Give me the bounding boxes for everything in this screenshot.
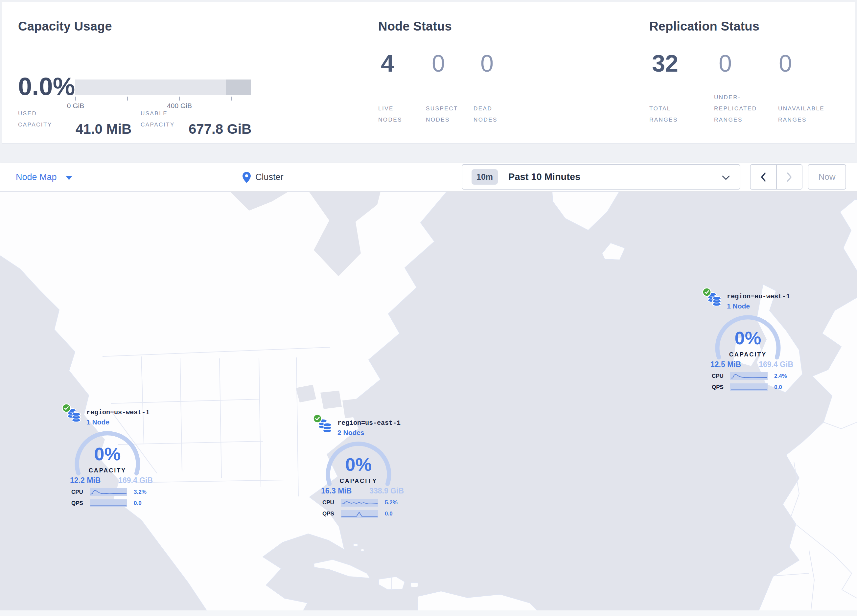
under-replicated-ranges-label: UNDER- REPLICATED RANGES bbox=[714, 92, 757, 125]
cpu-label: CPU bbox=[71, 489, 90, 496]
axis-tick-label: 0 GiB bbox=[67, 102, 84, 110]
capacity-label: CAPACITY bbox=[326, 478, 391, 485]
cpu-label: CPU bbox=[712, 373, 730, 380]
cpu-row: CPU 2.4% bbox=[712, 372, 787, 380]
qps-label: QPS bbox=[322, 511, 341, 517]
time-pager bbox=[750, 164, 803, 190]
qps-row: QPS 0.0 bbox=[71, 499, 142, 507]
cpu-sparkline bbox=[341, 499, 378, 506]
capacity-bar bbox=[75, 80, 251, 95]
suspect-nodes-count: 0 bbox=[432, 52, 445, 75]
node-map: region=us-west-1 1 Node 0% CAPACITY 12.2… bbox=[0, 191, 857, 616]
capacity-percent: 0% bbox=[326, 455, 391, 474]
qps-sparkline bbox=[341, 510, 378, 518]
qps-sparkline bbox=[90, 499, 127, 507]
used-capacity-label: USED CAPACITY bbox=[18, 108, 52, 130]
qps-row: QPS 0.0 bbox=[322, 510, 393, 518]
axis-tick bbox=[127, 97, 128, 100]
prev-time-button[interactable] bbox=[750, 165, 776, 189]
region-node-count: 2 Nodes bbox=[337, 429, 364, 437]
usable-capacity: 338.9 GiB bbox=[369, 486, 404, 496]
used-capacity-value: 41.0 MiB bbox=[76, 122, 131, 136]
capacity-percent: 0% bbox=[74, 445, 140, 463]
axis-tick bbox=[179, 97, 180, 100]
live-nodes-count: 4 bbox=[381, 52, 394, 75]
cpu-value: 3.2% bbox=[134, 489, 147, 496]
capacity-label: CAPACITY bbox=[715, 351, 781, 358]
healthy-check-icon bbox=[313, 414, 322, 423]
chevron-right-icon bbox=[786, 172, 792, 182]
qps-value: 0.0 bbox=[134, 500, 142, 506]
used-capacity: 16.3 MiB bbox=[321, 486, 352, 496]
view-selector-dropdown[interactable]: Node Map bbox=[16, 163, 72, 191]
now-button[interactable]: Now bbox=[808, 164, 846, 190]
time-window-dropdown[interactable]: 10m Past 10 Minutes bbox=[462, 164, 740, 190]
usable-capacity: 169.4 GiB bbox=[759, 360, 793, 369]
total-ranges-count: 32 bbox=[652, 52, 678, 75]
usable-capacity-label: USABLE CAPACITY bbox=[141, 108, 175, 130]
healthy-check-icon bbox=[702, 287, 712, 296]
time-window-badge: 10m bbox=[472, 169, 498, 185]
capacity-percent: 0.0% bbox=[18, 74, 75, 99]
node-status-section: Node Status 4 LIVE NODES 0 SUSPECT NODES… bbox=[378, 2, 634, 143]
region-name: region=us-east-1 bbox=[337, 419, 401, 427]
capacity-values: 16.3 MiB 338.9 GiB bbox=[321, 486, 404, 496]
cpu-sparkline bbox=[90, 488, 127, 496]
region-node-count: 1 Node bbox=[87, 418, 110, 426]
next-time-button[interactable] bbox=[776, 165, 802, 189]
cluster-summary-panel: Capacity Usage 0.0% 0 GiB 400 GiB USED C… bbox=[2, 2, 855, 144]
caret-down-icon bbox=[66, 176, 72, 180]
map-bottom-strip bbox=[0, 610, 857, 616]
region-name: region=eu-west-1 bbox=[727, 293, 790, 300]
cpu-sparkline bbox=[730, 372, 767, 380]
chevron-down-icon bbox=[722, 176, 730, 180]
capacity-bar-reserved-segment bbox=[226, 80, 251, 95]
region-node-count: 1 Node bbox=[727, 302, 750, 310]
cpu-row: CPU 3.2% bbox=[71, 488, 147, 496]
capacity-usage-section: Capacity Usage 0.0% 0 GiB 400 GiB USED C… bbox=[18, 2, 360, 143]
replication-status-section: Replication Status 32 TOTAL RANGES 0 UND… bbox=[649, 2, 846, 143]
live-nodes-label: LIVE NODES bbox=[378, 103, 402, 125]
unavailable-ranges-count: 0 bbox=[779, 52, 792, 75]
cpu-label: CPU bbox=[322, 499, 341, 506]
suspect-nodes-label: SUSPECT NODES bbox=[426, 103, 458, 125]
breadcrumb[interactable]: Cluster bbox=[242, 163, 283, 191]
chevron-left-icon bbox=[760, 172, 766, 182]
qps-label: QPS bbox=[712, 384, 730, 391]
region-marker-eu-west-1[interactable]: region=eu-west-1 1 Node 0% CAPACITY 12.5… bbox=[702, 287, 798, 397]
cpu-value: 5.2% bbox=[385, 499, 398, 506]
time-window-label: Past 10 Minutes bbox=[508, 171, 580, 182]
region-name: region=us-west-1 bbox=[87, 409, 150, 416]
unavailable-ranges-label: UNAVAILABLE RANGES bbox=[778, 103, 825, 125]
section-title: Capacity Usage bbox=[18, 19, 112, 34]
axis-tick bbox=[231, 97, 232, 100]
qps-sparkline bbox=[730, 383, 767, 391]
used-capacity: 12.2 MiB bbox=[70, 476, 101, 485]
qps-value: 0.0 bbox=[774, 384, 782, 391]
capacity-values: 12.5 MiB 169.4 GiB bbox=[710, 360, 793, 369]
location-pin-icon bbox=[242, 171, 251, 183]
usable-capacity-value: 677.8 GiB bbox=[189, 122, 251, 136]
map-toolbar: Node Map Cluster 10m Past 10 Minutes Now bbox=[0, 163, 857, 191]
usable-capacity: 169.4 GiB bbox=[118, 476, 153, 485]
capacity-label: CAPACITY bbox=[74, 467, 140, 474]
region-marker-us-east-1[interactable]: region=us-east-1 2 Nodes 0% CAPACITY 16.… bbox=[313, 414, 408, 523]
total-ranges-label: TOTAL RANGES bbox=[649, 103, 678, 125]
region-marker-us-west-1[interactable]: region=us-west-1 1 Node 0% CAPACITY 12.2… bbox=[62, 403, 157, 513]
view-selector-label: Node Map bbox=[16, 172, 57, 182]
qps-value: 0.0 bbox=[385, 511, 393, 517]
breadcrumb-label: Cluster bbox=[255, 172, 283, 182]
under-replicated-ranges-count: 0 bbox=[719, 52, 732, 75]
capacity-percent: 0% bbox=[715, 329, 781, 347]
used-capacity: 12.5 MiB bbox=[710, 360, 741, 369]
qps-label: QPS bbox=[71, 500, 90, 506]
healthy-check-icon bbox=[62, 403, 71, 413]
axis-tick bbox=[75, 97, 76, 100]
capacity-values: 12.2 MiB 169.4 GiB bbox=[70, 476, 153, 485]
dead-nodes-count: 0 bbox=[480, 52, 493, 75]
cpu-row: CPU 5.2% bbox=[322, 499, 398, 506]
dead-nodes-label: DEAD NODES bbox=[473, 103, 498, 125]
qps-row: QPS 0.0 bbox=[712, 383, 782, 391]
cpu-value: 2.4% bbox=[774, 373, 787, 380]
